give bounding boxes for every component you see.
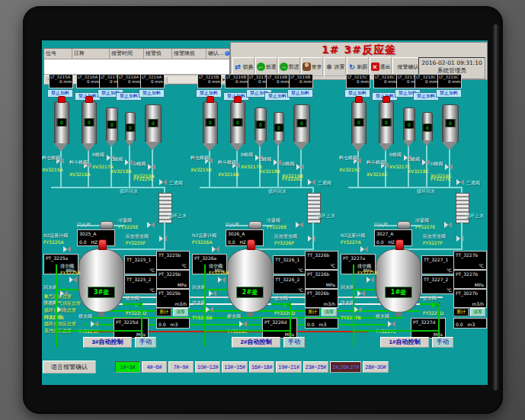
return-valve-icon[interactable] xyxy=(209,290,216,297)
total-button[interactable]: 累计 xyxy=(156,308,171,316)
display-tag: FT_3026b xyxy=(306,290,338,297)
page-button[interactable]: 28#~30# xyxy=(363,361,388,373)
spray-valve-icon[interactable] xyxy=(388,321,395,327)
vent-valve-icon[interactable] xyxy=(69,277,77,283)
butterfly-valve-icon[interactable] xyxy=(148,164,155,170)
silo-tank: 0 xyxy=(125,112,136,141)
auto-control-button[interactable]: 2#自动控制 xyxy=(232,337,280,348)
valve-label: B蝶阀 xyxy=(389,152,402,159)
alarm-column-header[interactable]: 确认... xyxy=(206,49,232,59)
silo-tank: 0 xyxy=(254,107,267,141)
three-way-valve-icon[interactable] xyxy=(456,179,464,185)
manual-button[interactable]: 手动 xyxy=(432,337,453,348)
drain-valve-icon[interactable] xyxy=(57,306,65,313)
n2-valve-icon[interactable] xyxy=(360,246,368,252)
spray-valve-icon[interactable] xyxy=(91,321,98,327)
condenser-valve-icon[interactable] xyxy=(147,222,155,228)
forbid-feed-button[interactable]: 禁止加料 xyxy=(264,92,290,101)
silo-tank: 0 xyxy=(293,104,310,143)
forbid-feed-button[interactable]: 禁止加料 xyxy=(287,89,313,98)
display-tag: PT_3226a xyxy=(193,255,226,261)
valve-label: 进水阀 xyxy=(126,295,139,302)
n2-valve-icon[interactable] xyxy=(212,246,219,252)
emergency-valve-icon[interactable] xyxy=(456,236,464,242)
forbid-feed-button[interactable]: 禁止加料 xyxy=(116,92,142,101)
voice-alarm-ack-button[interactable]: 语音报警确认 xyxy=(43,361,96,374)
silo-tank-display: 0 xyxy=(297,119,307,127)
page-button[interactable]: 4#~6# xyxy=(142,361,167,373)
valve-tag: XV3215B xyxy=(190,167,212,172)
butterfly-valve-icon[interactable] xyxy=(445,164,453,170)
toolbar-button-label: 退出 xyxy=(380,63,391,71)
manual-button[interactable]: 手动 xyxy=(283,337,305,348)
vent-valve-icon[interactable] xyxy=(367,277,374,283)
silo-level-value: 0 mm xyxy=(290,79,312,84)
pipe xyxy=(353,289,376,290)
clear-button[interactable]: 清零 xyxy=(173,308,188,316)
pipe xyxy=(164,187,165,193)
valve-label: N2流量计阀 xyxy=(192,232,216,239)
alarm-column-header[interactable]: 报警值 xyxy=(144,49,172,59)
valve-tag: XV3216A xyxy=(69,172,91,177)
page-button[interactable]: 19#~21# xyxy=(276,361,301,373)
total-button[interactable]: 累计 xyxy=(305,308,320,316)
return-valve-icon[interactable] xyxy=(60,290,68,297)
alarm-column-header[interactable]: 报警限值 xyxy=(172,49,206,59)
forbid-feed-button[interactable]: 禁止加料 xyxy=(139,89,165,98)
condenser-valve-icon[interactable] xyxy=(296,222,303,228)
drain-valve-icon[interactable] xyxy=(206,306,213,313)
pressure-display: PT_3226d MPa xyxy=(262,318,297,338)
butterfly-valve-icon[interactable] xyxy=(274,159,281,165)
emergency-valve-icon[interactable] xyxy=(308,236,315,242)
valve-label: C蝶阀 xyxy=(259,156,271,163)
emergency-valve-icon[interactable] xyxy=(159,236,167,242)
valve-label: 楼水阀 xyxy=(376,313,389,320)
page-button[interactable]: 7#~9# xyxy=(168,361,194,373)
page-button[interactable]: 16#~18# xyxy=(249,361,274,373)
page-button[interactable]: 1#~3# xyxy=(115,361,140,373)
auto-control-button[interactable]: 3#自动控制 xyxy=(83,337,132,348)
page-button[interactable]: 10#~12# xyxy=(195,361,220,373)
alarm-column-header[interactable]: 注释 xyxy=(72,49,110,59)
three-way-valve-icon[interactable] xyxy=(159,179,167,185)
three-way-valve-icon[interactable] xyxy=(308,179,315,185)
valve-label: 应急管道阀 xyxy=(274,233,297,240)
drain-valve-icon[interactable] xyxy=(354,306,362,313)
vent-valve-icon[interactable] xyxy=(218,277,226,283)
page-button[interactable]: 13#~15# xyxy=(222,361,247,373)
display-tag: 3027_A xyxy=(375,230,411,237)
return-valve-icon[interactable] xyxy=(357,290,365,297)
flame-arrester xyxy=(248,221,262,229)
spray-valve-icon[interactable] xyxy=(239,321,247,327)
forbid-feed-button[interactable]: 禁止加料 xyxy=(436,89,462,98)
valve-label: 进水阀 xyxy=(274,295,288,302)
page-button[interactable]: 23#~25# xyxy=(303,361,328,373)
manual-button[interactable]: 手动 xyxy=(135,337,156,348)
total-button[interactable]: 累计 xyxy=(453,308,469,316)
valve-label: 三通阀 xyxy=(169,180,183,187)
condenser-valve-icon[interactable] xyxy=(444,222,452,228)
alarm-beacon xyxy=(395,239,404,250)
display-tag: PT_3225a xyxy=(44,255,78,261)
silo-tank-display: 0 xyxy=(354,118,364,127)
auto-control-button[interactable]: 1#自动控制 xyxy=(380,337,429,348)
valve-label: 料仓蝶阀 xyxy=(190,155,209,162)
clear-button[interactable]: 清零 xyxy=(470,308,485,316)
pipe xyxy=(56,289,78,290)
alarm-column-header[interactable]: 位号 xyxy=(44,49,72,59)
silo-level-display: LT_3218A0 mm xyxy=(117,74,142,88)
butterfly-valve-icon[interactable] xyxy=(422,159,430,165)
silo-level-display: LT_3218B0 mm xyxy=(266,74,290,88)
display-value: 0.0HZ xyxy=(376,239,395,245)
n2-valve-icon[interactable] xyxy=(63,246,71,252)
butterfly-valve-icon[interactable] xyxy=(125,159,133,165)
alarm-column-header[interactable]: 报警时间 xyxy=(110,49,144,59)
clear-button[interactable]: 清零 xyxy=(322,308,337,316)
butterfly-valve-icon[interactable] xyxy=(296,164,304,170)
alarm-table-body[interactable] xyxy=(44,59,229,73)
display-tag: PT_3226b xyxy=(306,271,338,277)
forbid-feed-button[interactable]: 禁止加料 xyxy=(413,92,439,101)
page-button[interactable]: 2#,26#,27# xyxy=(330,361,361,373)
display-tag: FT_3027b xyxy=(454,290,486,297)
toolbar-icon xyxy=(303,63,311,71)
